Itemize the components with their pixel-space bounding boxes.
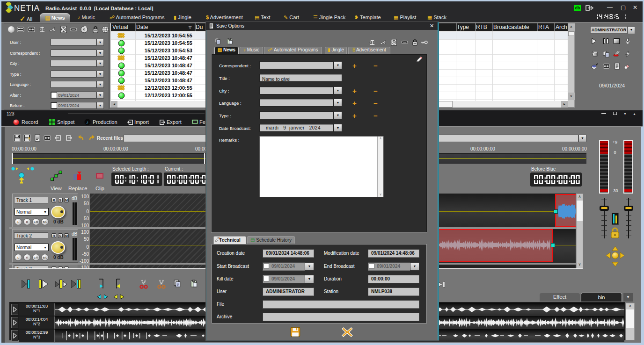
svg-text:♪: ♪: [86, 120, 88, 125]
svg-text:?: ?: [28, 137, 30, 141]
